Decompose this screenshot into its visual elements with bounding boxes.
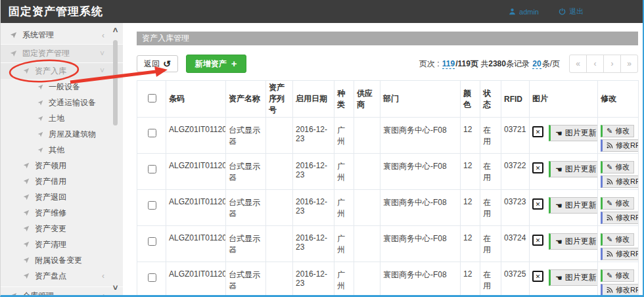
edit-rfid-button[interactable]: 修改RFID — [601, 139, 639, 152]
edit-button[interactable]: 修改 — [601, 161, 634, 173]
back-button[interactable]: 返回 — [137, 55, 178, 72]
cell-asset-name: 台式显示器 — [226, 154, 266, 190]
sidebar-item-asset-issue[interactable]: 资产领用 — [1, 158, 123, 173]
pager-buttons: « ‹ › » — [569, 55, 638, 73]
cell-rfid: 03722 — [501, 154, 530, 190]
records-prefix: 共 — [480, 58, 488, 70]
cell-color: 12 — [461, 262, 480, 297]
broken-image-icon — [532, 235, 543, 246]
panel-title-bar: 资产入库管理 — [137, 32, 638, 45]
hand-left-icon — [555, 201, 563, 210]
row-checkbox[interactable] — [148, 273, 156, 282]
header-barcode: 条码 — [166, 81, 226, 118]
user-label: admin — [519, 8, 539, 16]
chevron-left-icon: ‹ — [102, 271, 104, 281]
select-all-checkbox[interactable] — [148, 94, 156, 103]
sidebar-item-label: 资产维修 — [35, 208, 66, 219]
broken-image-icon — [532, 198, 543, 210]
scroll-up-icon[interactable]: ˄ — [110, 26, 120, 35]
row-checkbox[interactable] — [148, 129, 156, 137]
panel-title: 资产入库管理 — [142, 33, 189, 44]
menu-arrow-icon — [10, 50, 17, 57]
hand-left-icon — [555, 165, 563, 174]
per-page-suffix: 条/页 — [542, 58, 560, 70]
add-asset-label: 新增资产 — [195, 58, 227, 70]
update-image-button[interactable]: 图片更新 — [549, 269, 598, 286]
prev-page-button[interactable]: ‹ — [586, 55, 604, 73]
edit-label: 修改 — [615, 235, 630, 244]
row-checkbox[interactable] — [148, 201, 156, 210]
sidebar-item-asset-inventory[interactable]: 资产盘点 ‹ — [1, 268, 123, 284]
cell-category: 广州 — [334, 226, 354, 262]
sidebar-item-label: 固定资产管理 — [22, 48, 70, 59]
logout-button[interactable]: 退出 — [559, 7, 584, 16]
per-page-link[interactable]: 20 — [532, 59, 541, 69]
sidebar-item-label: 资产退回 — [35, 192, 66, 203]
current-page-link[interactable]: 119 — [442, 59, 455, 69]
first-page-button[interactable]: « — [569, 55, 587, 73]
add-asset-button[interactable]: 新增资产 — [186, 55, 246, 73]
cell-barcode: ALGZ01IT0112050018 — [166, 262, 226, 297]
hand-left-icon — [555, 129, 563, 138]
edit-rfid-button[interactable]: 修改RFID — [601, 175, 639, 188]
cell-department: 寰图商务中心-F08 — [380, 226, 461, 262]
header-status: 状态 — [480, 81, 501, 118]
sidebar-item-asset-change[interactable]: 资产变更 — [1, 221, 123, 237]
update-image-button[interactable]: 图片更新 — [549, 125, 598, 141]
last-page-button[interactable]: » — [620, 55, 638, 73]
cell-rfid: 03725 — [501, 262, 530, 297]
row-checkbox[interactable] — [148, 165, 156, 173]
sidebar-item-transport-equipment[interactable]: 交通运输设备 — [1, 95, 123, 110]
sidebar-item-general-equipment[interactable]: 一般设备 — [1, 79, 123, 95]
sidebar-item-warehouse-management[interactable]: 仓库管理 ‹ — [1, 286, 123, 297]
edit-button[interactable]: 修改 — [601, 197, 634, 210]
update-image-button[interactable]: 图片更新 — [549, 161, 598, 177]
cell-asset-name: 台式显示器 — [226, 190, 266, 226]
edit-button[interactable]: 修改 — [601, 233, 634, 246]
sidebar-item-buildings[interactable]: 房屋及建筑物 — [1, 126, 123, 142]
cell-status: 在用 — [480, 118, 501, 154]
edit-button[interactable]: 修改 — [601, 125, 634, 137]
sidebar-item-asset-inbound[interactable]: 资产入库 ˅ — [1, 63, 123, 79]
edit-button[interactable]: 修改 — [601, 269, 634, 282]
update-image-button[interactable]: 图片更新 — [549, 233, 598, 250]
user-menu[interactable]: admin — [509, 8, 539, 16]
cell-status: 在用 — [480, 190, 501, 226]
edit-rfid-button[interactable]: 修改RFID — [601, 212, 639, 224]
edit-rfid-label: 修改RFID — [616, 285, 639, 295]
topbar-links: admin 退出 — [509, 7, 584, 16]
sidebar-item-asset-borrow[interactable]: 资产借用 — [1, 173, 123, 189]
header-modify: 修改 — [598, 81, 639, 118]
scrollbar-thumb[interactable] — [113, 40, 118, 126]
menu-arrow-icon — [23, 162, 30, 169]
edit-rfid-label: 修改RFID — [616, 177, 639, 187]
scroll-down-icon[interactable]: ˅ — [110, 283, 120, 292]
sidebar-item-land[interactable]: 土地 — [1, 110, 123, 126]
menu-arrow-icon — [37, 131, 43, 137]
chevron-left-icon: ‹ — [102, 31, 104, 40]
edit-rfid-button[interactable]: 修改RFID — [601, 248, 639, 260]
sidebar-item-asset-cleanup[interactable]: 资产清理 — [1, 237, 123, 252]
cell-supplier — [354, 118, 380, 154]
cell-barcode: ALGZ01IT0112050015 — [166, 154, 226, 190]
cell-start-date: 2016-12-23 — [293, 154, 334, 190]
chevron-down-icon: ˅ — [100, 49, 104, 58]
sidebar-item-attached-equipment-change[interactable]: 附属设备变更 — [1, 252, 123, 268]
edit-label: 修改 — [615, 126, 630, 136]
update-image-button[interactable]: 图片更新 — [549, 197, 598, 214]
table-row: ALGZ01IT0112050015 台式显示器 2016-12-23 广州 寰… — [137, 154, 639, 190]
row-checkbox[interactable] — [148, 237, 156, 246]
undo-icon — [163, 58, 171, 69]
sidebar-item-fixed-asset-management[interactable]: 固定资产管理 ˅ — [1, 45, 123, 63]
edit-label: 修改 — [615, 271, 630, 281]
edit-rfid-button[interactable]: 修改RFID — [601, 284, 639, 296]
cell-barcode: ALGZ01IT0112050016 — [166, 190, 226, 226]
cell-supplier — [354, 154, 380, 190]
menu-arrow-icon — [37, 116, 43, 122]
sidebar-item-asset-return[interactable]: 资产退回 — [1, 189, 123, 205]
next-page-button[interactable]: › — [603, 55, 621, 73]
sidebar-item-asset-repair[interactable]: 资产维修 — [1, 205, 123, 221]
rss-icon — [607, 214, 613, 222]
sidebar-item-other[interactable]: 其他 — [1, 142, 123, 158]
sidebar-item-system-management[interactable]: 系统管理 ‹ — [1, 26, 123, 45]
